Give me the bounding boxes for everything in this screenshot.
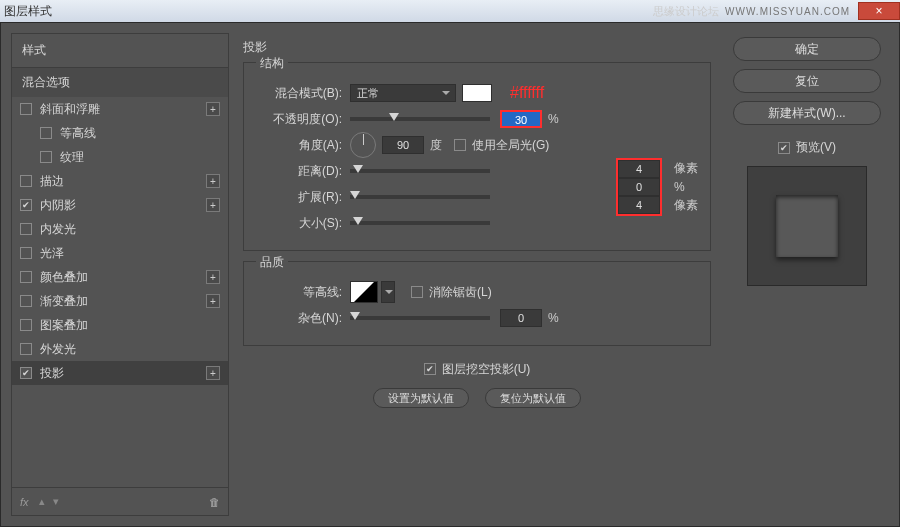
fx-icon[interactable]: fx (20, 496, 29, 508)
contour-dropdown[interactable] (381, 281, 395, 303)
style-checkbox[interactable] (20, 223, 32, 235)
style-checkbox[interactable] (20, 175, 32, 187)
distance-unit: 像素 (674, 160, 698, 177)
structure-legend: 结构 (256, 55, 288, 72)
new-style-button[interactable]: 新建样式(W)... (733, 101, 881, 125)
style-label: 光泽 (40, 245, 64, 262)
spread-unit: % (674, 180, 698, 194)
sidebar-header: 样式 (12, 34, 228, 68)
style-checkbox[interactable] (20, 103, 32, 115)
antialias-checkbox[interactable] (411, 286, 423, 298)
style-label: 等高线 (60, 125, 96, 142)
noise-unit: % (548, 311, 559, 325)
opacity-label: 不透明度(O): (256, 111, 342, 128)
add-effect-icon[interactable]: + (206, 366, 220, 380)
angle-label: 角度(A): (256, 137, 342, 154)
watermark: WWW.MISSYUAN.COM (725, 6, 850, 17)
style-item-2[interactable]: 纹理 (12, 145, 228, 169)
style-label: 投影 (40, 365, 64, 382)
style-label: 内发光 (40, 221, 76, 238)
noise-label: 杂色(N): (256, 310, 342, 327)
opacity-slider[interactable] (350, 117, 490, 121)
style-label: 渐变叠加 (40, 293, 88, 310)
distance-input[interactable]: 4 (618, 160, 660, 178)
style-item-7[interactable]: 颜色叠加+ (12, 265, 228, 289)
trash-icon[interactable]: 🗑 (209, 496, 220, 508)
preview-box (747, 166, 867, 286)
style-checkbox[interactable] (20, 319, 32, 331)
style-checkbox[interactable] (20, 367, 32, 379)
add-effect-icon[interactable]: + (206, 174, 220, 188)
preview-checkbox[interactable] (778, 142, 790, 154)
style-label: 斜面和浮雕 (40, 101, 100, 118)
settings-panel: 投影 结构 混合模式(B): 正常 #ffffff 不透明度(O): 30 % … (229, 33, 725, 516)
style-checkbox[interactable] (20, 295, 32, 307)
quality-legend: 品质 (256, 254, 288, 271)
distance-spread-size-highlight: 4 0 4 (616, 158, 662, 216)
blending-options-row[interactable]: 混合选项 (12, 68, 228, 97)
dialog-title: 图层样式 (4, 3, 52, 20)
knockout-label: 图层挖空投影(U) (442, 361, 531, 378)
style-item-9[interactable]: 图案叠加 (12, 313, 228, 337)
contour-label: 等高线: (256, 284, 342, 301)
style-checkbox[interactable] (20, 343, 32, 355)
add-effect-icon[interactable]: + (206, 270, 220, 284)
opacity-input[interactable]: 30 (500, 110, 542, 128)
style-label: 内阴影 (40, 197, 76, 214)
knockout-checkbox[interactable] (424, 363, 436, 375)
arrow-down-icon[interactable]: ▾ (53, 495, 59, 508)
right-panel: 确定 复位 新建样式(W)... 预览(V) (725, 33, 889, 516)
style-checkbox[interactable] (20, 271, 32, 283)
contour-swatch[interactable] (350, 281, 378, 303)
quality-group: 品质 等高线: 消除锯齿(L) 杂色(N): 0 % (243, 261, 711, 346)
hex-annotation: #ffffff (510, 84, 544, 102)
sidebar-footer: fx ▴ ▾ 🗑 (12, 487, 228, 515)
global-light-label: 使用全局光(G) (472, 137, 549, 154)
noise-input[interactable]: 0 (500, 309, 542, 327)
color-swatch[interactable] (462, 84, 492, 102)
make-default-button[interactable]: 设置为默认值 (373, 388, 469, 408)
distance-label: 距离(D): (256, 163, 342, 180)
size-slider[interactable] (350, 221, 490, 225)
reset-default-button[interactable]: 复位为默认值 (485, 388, 581, 408)
style-label: 图案叠加 (40, 317, 88, 334)
angle-input[interactable]: 90 (382, 136, 424, 154)
structure-group: 结构 混合模式(B): 正常 #ffffff 不透明度(O): 30 % 角度(… (243, 62, 711, 251)
style-item-0[interactable]: 斜面和浮雕+ (12, 97, 228, 121)
style-item-3[interactable]: 描边+ (12, 169, 228, 193)
global-light-checkbox[interactable] (454, 139, 466, 151)
noise-slider[interactable] (350, 316, 490, 320)
style-item-6[interactable]: 光泽 (12, 241, 228, 265)
arrow-up-icon[interactable]: ▴ (39, 495, 45, 508)
angle-dial[interactable] (350, 132, 376, 158)
add-effect-icon[interactable]: + (206, 102, 220, 116)
style-item-11[interactable]: 投影+ (12, 361, 228, 385)
style-label: 外发光 (40, 341, 76, 358)
style-checkbox[interactable] (20, 247, 32, 259)
layer-style-dialog: 样式 混合选项 斜面和浮雕+等高线纹理描边+内阴影+内发光光泽颜色叠加+渐变叠加… (0, 22, 900, 527)
ok-button[interactable]: 确定 (733, 37, 881, 61)
style-checkbox[interactable] (20, 199, 32, 211)
blend-mode-select[interactable]: 正常 (350, 84, 456, 102)
spread-input[interactable]: 0 (618, 178, 660, 196)
distance-slider[interactable] (350, 169, 490, 173)
close-button[interactable]: × (858, 2, 900, 20)
reset-button[interactable]: 复位 (733, 69, 881, 93)
size-unit: 像素 (674, 197, 698, 214)
opacity-unit: % (548, 112, 559, 126)
style-checkbox[interactable] (40, 151, 52, 163)
style-item-1[interactable]: 等高线 (12, 121, 228, 145)
add-effect-icon[interactable]: + (206, 294, 220, 308)
add-effect-icon[interactable]: + (206, 198, 220, 212)
style-label: 纹理 (60, 149, 84, 166)
style-item-10[interactable]: 外发光 (12, 337, 228, 361)
style-checkbox[interactable] (40, 127, 52, 139)
style-item-8[interactable]: 渐变叠加+ (12, 289, 228, 313)
style-item-5[interactable]: 内发光 (12, 217, 228, 241)
spread-slider[interactable] (350, 195, 490, 199)
style-label: 描边 (40, 173, 64, 190)
ribbon-text: 思缘设计论坛 (653, 4, 719, 19)
style-item-4[interactable]: 内阴影+ (12, 193, 228, 217)
size-input[interactable]: 4 (618, 196, 660, 214)
antialias-label: 消除锯齿(L) (429, 284, 492, 301)
